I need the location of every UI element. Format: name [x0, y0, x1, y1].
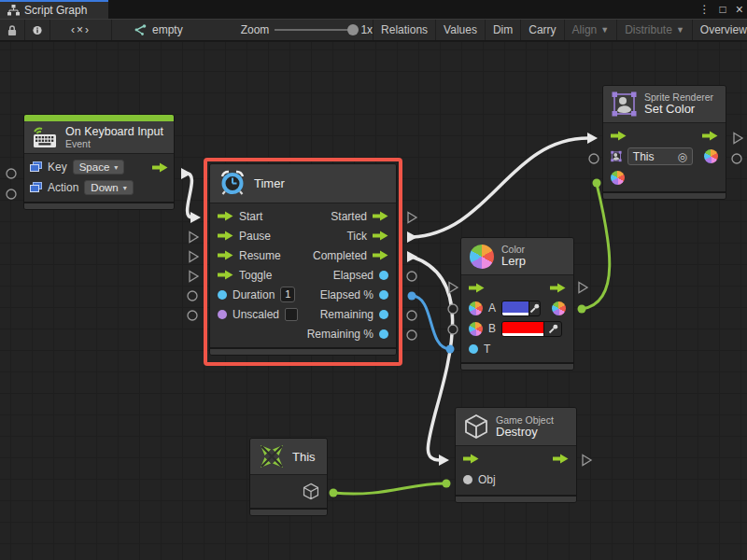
elapsed-port-dot[interactable]	[379, 271, 388, 280]
port-timer-elapsed-out[interactable]	[407, 272, 416, 281]
carry-button[interactable]: Carry	[521, 20, 564, 40]
wire-this-to-destroy-obj[interactable]	[333, 483, 445, 494]
port-destroy-obj-in[interactable]	[443, 480, 451, 488]
wire-tick-to-set-color[interactable]	[412, 138, 588, 237]
port-set-color-target-in[interactable]	[589, 154, 599, 163]
t-port-dot[interactable]	[469, 344, 478, 354]
node-color-lerp[interactable]: Color Lerp A	[460, 237, 574, 371]
values-button[interactable]: Values	[436, 20, 486, 40]
port-lerp-b-in[interactable]	[448, 325, 458, 334]
obj-port-dot[interactable]	[463, 475, 472, 484]
toggle-in-arrow-icon[interactable]	[218, 270, 233, 280]
color-b-eyedropper-button[interactable]	[543, 322, 561, 336]
port-keyboard-action-in[interactable]	[7, 189, 16, 199]
lerp-result-port-icon[interactable]	[552, 301, 566, 315]
port-lerp-flow-out[interactable]	[579, 283, 587, 293]
action-dropdown[interactable]: Down ▾	[84, 180, 133, 195]
lock-button[interactable]	[0, 20, 25, 40]
port-timer-started-out[interactable]	[408, 213, 416, 223]
overview-button[interactable]: Overview	[693, 20, 747, 40]
relations-button[interactable]: Relations	[373, 20, 436, 40]
sprite-renderer-port-icon[interactable]	[611, 149, 622, 163]
color-a-field[interactable]	[501, 301, 541, 316]
elapsed-pct-port-dot[interactable]	[379, 290, 388, 300]
set-color-flow-out-arrow-icon[interactable]	[702, 131, 718, 141]
set-color-flow-in-arrow-icon[interactable]	[611, 131, 627, 141]
port-timer-toggle-in[interactable]	[190, 272, 198, 282]
port-timer-remaining-pct-out[interactable]	[407, 330, 416, 340]
lerp-row-t: T	[461, 339, 573, 358]
zoom-slider-handle[interactable]	[347, 24, 359, 35]
port-destroy-flow-in[interactable]	[439, 455, 449, 466]
port-timer-pause-in[interactable]	[190, 232, 198, 243]
port-timer-resume-in[interactable]	[190, 252, 198, 262]
port-lerp-a-in[interactable]	[448, 304, 458, 314]
port-set-color-flow-in[interactable]	[587, 133, 598, 144]
wire-completed-to-destroy[interactable]	[412, 257, 453, 460]
remaining-pct-port-dot[interactable]	[379, 329, 388, 339]
unscaled-checkbox[interactable]	[285, 308, 298, 321]
target-object-field[interactable]: This ◎	[627, 147, 693, 165]
color-a-port-icon[interactable]	[469, 301, 483, 315]
trigger-out-arrow-icon[interactable]	[152, 162, 168, 173]
duration-port-dot[interactable]	[218, 290, 227, 300]
lerp-flow-in-arrow-icon[interactable]	[469, 283, 485, 293]
node-set-color[interactable]: Sprite Renderer Set Color	[602, 85, 726, 200]
lerp-flow-out-arrow-icon[interactable]	[550, 283, 566, 293]
node-on-keyboard-input[interactable]: On Keyboard Input Event Key Space ▾	[23, 114, 175, 210]
tab-script-graph[interactable]: Script Graph	[0, 0, 108, 19]
port-lerp-result-out[interactable]	[578, 305, 586, 314]
node-timer[interactable]: Timer Start Started Pause Tick	[209, 163, 397, 356]
color-input-port-icon[interactable]	[611, 171, 625, 185]
port-set-color-flow-out[interactable]	[734, 133, 742, 144]
destroy-flow-in-arrow-icon[interactable]	[463, 454, 479, 464]
window-menu-button[interactable]: ⋮	[699, 3, 711, 16]
zoom-to-fit-button[interactable]: ‹×›	[50, 20, 112, 40]
color-b-port-icon[interactable]	[469, 322, 483, 336]
node-destroy[interactable]: Game Object Destroy Obj	[455, 407, 577, 503]
color-a-eyedropper-button[interactable]	[529, 301, 540, 315]
port-timer-remaining-out[interactable]	[407, 311, 416, 320]
color-b-field[interactable]	[501, 321, 562, 337]
port-set-color-value-out[interactable]	[732, 154, 741, 163]
wire-lerp-to-set-color-input[interactable]	[582, 184, 610, 309]
port-keyboard-key-in[interactable]	[7, 169, 16, 178]
wire-keyboard-to-timer-start[interactable]	[187, 174, 192, 217]
duration-input[interactable]: 1	[280, 287, 295, 302]
completed-out-arrow-icon[interactable]	[373, 250, 388, 260]
destroy-flow-out-arrow-icon[interactable]	[553, 454, 569, 464]
port-this-out[interactable]	[330, 489, 338, 497]
port-timer-elapsed-pct-out[interactable]	[408, 292, 416, 301]
port-timer-duration-in[interactable]	[188, 291, 197, 301]
tick-out-arrow-icon[interactable]	[373, 231, 388, 241]
port-lerp-flow-in[interactable]	[449, 283, 458, 293]
wire-elapsed-pct-to-lerp-t[interactable]	[412, 296, 450, 349]
maximize-button[interactable]: □	[720, 3, 726, 16]
pause-in-arrow-icon[interactable]	[218, 231, 233, 241]
port-timer-unscaled-in[interactable]	[188, 311, 197, 320]
port-keyboard-trigger-out[interactable]	[181, 168, 191, 179]
inspect-button[interactable]	[25, 20, 50, 40]
graph-canvas[interactable]: On Keyboard Input Event Key Space ▾	[0, 42, 747, 560]
port-timer-tick-out[interactable]	[407, 231, 417, 243]
color-b-swatch[interactable]	[502, 322, 543, 336]
start-in-arrow-icon[interactable]	[218, 211, 233, 221]
started-out-arrow-icon[interactable]	[373, 211, 388, 221]
dim-button[interactable]: Dim	[486, 20, 521, 40]
port-destroy-flow-out[interactable]	[583, 455, 591, 466]
zoom-slider[interactable]	[275, 29, 355, 31]
object-picker-icon[interactable]: ◎	[678, 150, 687, 163]
game-object-port-icon[interactable]	[303, 483, 319, 500]
port-lerp-t-in[interactable]	[446, 345, 455, 354]
key-dropdown[interactable]: Space ▾	[73, 160, 125, 175]
set-color-output-port-icon[interactable]	[704, 149, 718, 163]
resume-in-arrow-icon[interactable]	[218, 250, 233, 260]
unscaled-port-dot[interactable]	[218, 310, 227, 319]
port-timer-start-in[interactable]	[190, 212, 201, 223]
port-timer-completed-out[interactable]	[407, 251, 417, 262]
remaining-port-dot[interactable]	[379, 310, 388, 319]
port-set-color-color-in[interactable]	[593, 179, 601, 188]
node-this[interactable]: This	[249, 438, 328, 516]
color-a-swatch[interactable]	[502, 301, 529, 315]
close-button[interactable]: ×	[736, 2, 743, 17]
